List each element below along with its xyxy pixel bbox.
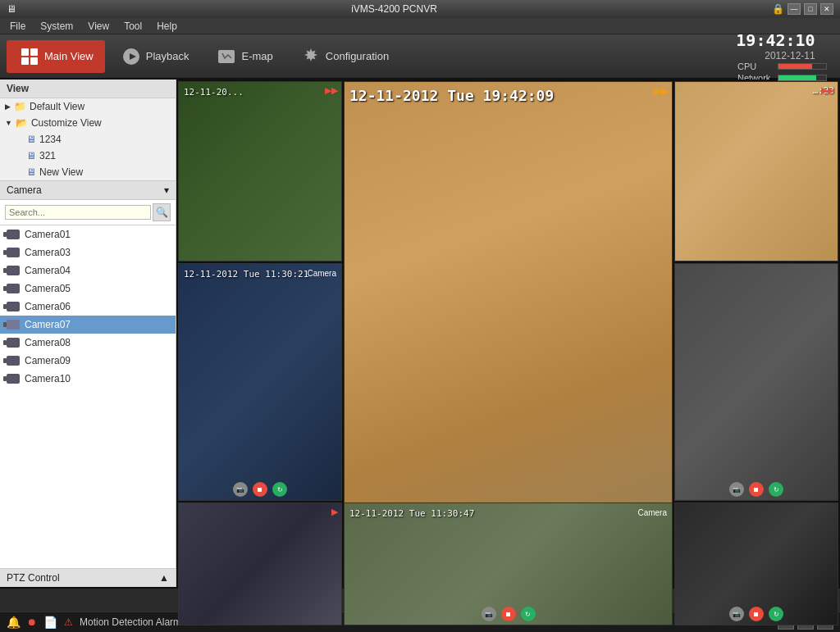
- clock-time: 19:42:10: [736, 30, 815, 50]
- camera-item-06[interactable]: Camera06: [0, 298, 176, 316]
- tree-item-default-view[interactable]: ▶ 📁 Default View: [0, 98, 176, 115]
- stop-btn-4[interactable]: ⏹: [253, 482, 267, 497]
- camera-item-09[interactable]: Camera09: [0, 352, 176, 370]
- camera-item-10[interactable]: Camera10: [0, 370, 176, 388]
- video-cell-1[interactable]: 12-11-20... ▶▶: [178, 81, 342, 261]
- menu-system[interactable]: System: [34, 19, 80, 34]
- configuration-button[interactable]: Configuration: [288, 40, 400, 73]
- camera-icon-08: [7, 338, 20, 348]
- play-btn-6[interactable]: ↻: [769, 482, 783, 497]
- video-cell-8[interactable]: 12-11-2012 Tue 11:30:47 Camera 📷 ⏹ ↻: [344, 502, 673, 625]
- camera-01-label: Camera01: [25, 229, 71, 240]
- video-feed-1: [179, 82, 341, 261]
- configuration-label: Configuration: [326, 50, 389, 62]
- view-icon-new: 🖥: [26, 166, 36, 178]
- camera-section: Camera ▾ 🔍 Camera01 Camera03 Camera04: [0, 181, 176, 568]
- search-bar: 🔍: [0, 200, 176, 225]
- video-cell-9[interactable]: 📷 ⏹ ↻: [674, 502, 838, 625]
- cam-controls-9: 📷 ⏹ ↻: [729, 607, 783, 621]
- play-btn-8[interactable]: ↻: [521, 607, 536, 621]
- file-icon: 📄: [43, 616, 57, 629]
- view-321-label: 321: [39, 150, 56, 161]
- video-cell-4[interactable]: 12-11-2012 Tue 11:30:21 Camera 📷 ⏹ ↻: [178, 263, 342, 501]
- playback-icon: [120, 45, 143, 68]
- window-controls: 🔒 — □ ✕: [772, 3, 833, 15]
- folder-open-icon: 📂: [16, 117, 28, 129]
- camera-label-8: Camera: [637, 508, 667, 517]
- camera-item-07[interactable]: Camera07: [0, 316, 176, 334]
- ptz-header[interactable]: PTZ Control ▲: [0, 569, 176, 587]
- ptz-title: PTZ Control: [7, 572, 60, 584]
- alert-icons-3: ▶▶: [821, 85, 834, 96]
- svg-rect-1: [30, 48, 38, 56]
- alert-icons-7: ▶: [331, 507, 338, 517]
- folder-icon: 📁: [14, 101, 26, 112]
- camera-item-01[interactable]: Camera01: [0, 225, 176, 243]
- camera-icon-04: [7, 266, 20, 275]
- camera-icon-03: [7, 248, 20, 257]
- menu-help[interactable]: Help: [150, 19, 184, 34]
- tree-item-customize-view[interactable]: ▼ 📂 Customize View: [0, 115, 176, 131]
- search-input[interactable]: [5, 205, 151, 220]
- new-view-label: New View: [39, 166, 83, 178]
- camera-icon-07: [7, 320, 20, 330]
- camera-07-label: Camera07: [25, 319, 71, 330]
- camera-item-03[interactable]: Camera03: [0, 243, 176, 261]
- camera-10-label: Camera10: [25, 373, 71, 384]
- video-cell-6[interactable]: 📷 ⏹ ↻: [674, 263, 838, 501]
- stop-btn-8[interactable]: ⏹: [501, 607, 516, 621]
- emap-button[interactable]: E-map: [203, 40, 284, 73]
- timestamp-5: 12-11-2012 Tue 19:42:09: [349, 87, 554, 104]
- menu-file[interactable]: File: [3, 19, 32, 34]
- expand-icon: ▼: [5, 119, 12, 127]
- emap-icon: [215, 45, 238, 68]
- play-btn-9[interactable]: ↻: [769, 607, 783, 621]
- alert-icons-5: ▶▶: [654, 85, 669, 97]
- main-area: View ▶ 📁 Default View ▼ 📂 Customize View…: [0, 80, 840, 587]
- minimize-button[interactable]: —: [788, 3, 801, 15]
- camera-item-08[interactable]: Camera08: [0, 334, 176, 352]
- snapshot-btn-8[interactable]: 📷: [482, 607, 496, 621]
- view-section: View ▶ 📁 Default View ▼ 📂 Customize View…: [0, 80, 176, 181]
- play-btn-4[interactable]: ↻: [272, 482, 287, 497]
- search-button[interactable]: 🔍: [153, 203, 171, 221]
- stop-btn-6[interactable]: ⏹: [749, 482, 764, 497]
- alert-icon-7a: ▶: [331, 507, 338, 517]
- ptz-section: PTZ Control ▲: [0, 568, 176, 587]
- tree-item-321[interactable]: 🖥 321: [0, 148, 176, 164]
- camera-05-label: Camera05: [25, 283, 71, 294]
- stop-btn-9[interactable]: ⏹: [749, 607, 764, 621]
- camera-section-arrow: ▾: [164, 184, 169, 196]
- snapshot-btn-6[interactable]: 📷: [729, 482, 744, 497]
- camera-item-04[interactable]: Camera04: [0, 261, 176, 280]
- menu-tool[interactable]: Tool: [117, 19, 148, 34]
- main-view-label: Main View: [44, 50, 94, 62]
- video-feed-7: [179, 503, 341, 625]
- view-1234-label: 1234: [39, 134, 62, 145]
- snapshot-btn-9[interactable]: 📷: [729, 607, 744, 621]
- menu-view[interactable]: View: [81, 19, 116, 34]
- video-cell-3[interactable]: …:23 ▶▶: [674, 81, 838, 261]
- camera-icon-01: [7, 230, 20, 239]
- cpu-label: CPU: [737, 61, 774, 71]
- camera-03-label: Camera03: [25, 247, 71, 258]
- tree-item-new-view[interactable]: 🖥 New View: [0, 164, 176, 180]
- svg-rect-3: [30, 57, 38, 65]
- maximize-button[interactable]: □: [804, 3, 817, 15]
- main-view-button[interactable]: Main View: [7, 40, 105, 73]
- video-cell-7[interactable]: ▶: [178, 502, 342, 625]
- view-icon-1234: 🖥: [26, 134, 36, 145]
- video-feed-6: [675, 264, 838, 500]
- tree-item-1234[interactable]: 🖥 1234: [0, 131, 176, 148]
- camera-06-label: Camera06: [25, 301, 71, 312]
- camera-icon-05: [7, 284, 20, 293]
- camera-08-label: Camera08: [25, 337, 71, 348]
- playback-button[interactable]: Playback: [108, 40, 201, 73]
- close-button[interactable]: ✕: [820, 3, 833, 15]
- camera-04-label: Camera04: [25, 265, 71, 276]
- snapshot-btn-4[interactable]: 📷: [233, 482, 248, 497]
- view-section-header: View: [0, 80, 176, 98]
- cam-controls-6: 📷 ⏹ ↻: [729, 482, 783, 497]
- camera-item-05[interactable]: Camera05: [0, 280, 176, 298]
- clock-section: 19:42:10 2012-12-11 CPU Network: [731, 30, 833, 83]
